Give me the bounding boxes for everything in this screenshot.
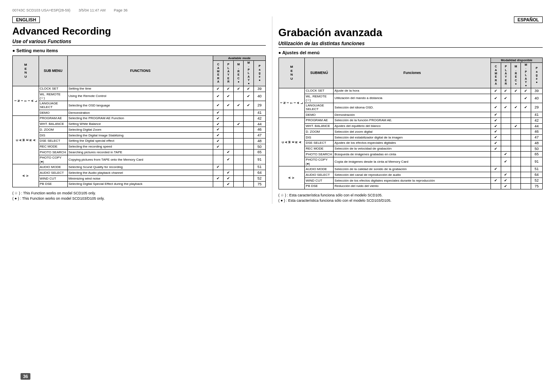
submenu-cell: DSE SELECT xyxy=(39,138,67,144)
m_play-cell xyxy=(521,118,531,123)
m_play-cell xyxy=(244,115,254,121)
table-row: DSE SELECTAjustes de los efectos especia… xyxy=(279,140,542,146)
m_rec-cell xyxy=(511,183,521,189)
spanish-table-wrap: MENU SUBMENÚ Funciones Modalidad disponi… xyxy=(279,58,543,189)
m_rec-cell: ✔ xyxy=(511,103,521,112)
submenu-cell: PHOTO SEARCH xyxy=(305,152,334,157)
table-row: LANGUAGE SELECTSelección del idioma OSD.… xyxy=(279,103,542,112)
m_play-cell xyxy=(244,127,254,133)
page-cell: 46 xyxy=(254,127,266,133)
table-row: AUDIO SELECTSelección del canal de repro… xyxy=(279,172,542,178)
submenu-cell: REC MODE xyxy=(305,146,334,152)
player-cell: ✔ xyxy=(501,103,511,112)
player-cell: ✔ xyxy=(223,92,234,101)
camera-cell: ✔ xyxy=(491,118,501,123)
page-cell: 44 xyxy=(254,121,266,127)
functions-cell: Selecting the OSD language xyxy=(67,101,213,110)
m_rec-cell xyxy=(233,170,244,176)
functions-cell: Setting the Digital special effect xyxy=(67,138,213,144)
table-row: A VAUDIO MODESelecting Scund Quality for… xyxy=(13,164,266,170)
english-main-title: Advanced Recording xyxy=(12,25,266,37)
table-row: PHOTO SEARCHSearching pictures recorded … xyxy=(13,150,266,155)
submenu-cell: WL. REMOTE (☆) xyxy=(39,92,67,101)
functions-cell: Selección del canal de reproducción de a… xyxy=(334,172,491,178)
m_play-cell xyxy=(521,172,531,178)
player-cell xyxy=(223,121,234,127)
camera-cell xyxy=(213,181,223,187)
camera-cell: ✔ xyxy=(491,135,501,141)
page-number: 36 xyxy=(21,373,30,380)
m_rec-cell xyxy=(511,157,521,166)
m_play-cell xyxy=(244,138,254,144)
camera-cell xyxy=(213,170,223,176)
meta-line: 00743C SCD103 USA+ESP(28-59) 3/5/04 11:4… xyxy=(12,8,543,12)
m_rec-cell: ✔ xyxy=(233,101,244,110)
m_rec-cell xyxy=(233,176,244,182)
th-mrec-en: M.REC● xyxy=(233,61,244,86)
submenu-cell: CLOCK SET xyxy=(305,88,334,94)
m_play-cell xyxy=(521,166,531,172)
english-note-1: ( ☆ ) : This Function works on model SCD… xyxy=(12,191,266,196)
menu-section-cell: I N I T I A L xyxy=(279,88,305,118)
functions-cell: Selecting the PROGRAM AE Function xyxy=(67,115,213,121)
m_play-cell xyxy=(244,133,254,138)
english-notes: ( ☆ ) : This Function works on model SCD… xyxy=(12,191,266,202)
english-badge: ENGLISH xyxy=(12,16,40,23)
m_rec-cell xyxy=(233,110,244,115)
camera-cell: ✔ xyxy=(213,92,223,101)
menu-section-cell: C A M E R A xyxy=(279,118,305,166)
page-cell: 29 xyxy=(254,101,266,110)
table-row: REC MODESelecting the recording speed✔50 xyxy=(13,144,266,150)
spanish-bullet-heading: Ajustes del menú xyxy=(279,50,543,55)
functions-cell: Selección del estabilizador digital de l… xyxy=(334,135,491,141)
submenu-cell: PROGRAM AE xyxy=(305,118,334,123)
camera-cell xyxy=(491,183,501,189)
m_rec-cell xyxy=(511,112,521,118)
table-row: WIND CUTSelección de los efectos digital… xyxy=(279,178,542,184)
camera-cell: ✔ xyxy=(491,112,501,118)
player-cell xyxy=(501,146,511,152)
th-menu-en: MENU xyxy=(13,56,39,86)
m_play-cell xyxy=(244,181,254,187)
player-cell: ✔ xyxy=(223,170,234,176)
functions-cell: Selección del idioma OSD. xyxy=(334,103,491,112)
m_rec-cell xyxy=(511,172,521,178)
submenu-cell: DEMO xyxy=(305,112,334,118)
submenu-cell: REC MODE xyxy=(39,144,67,150)
table-row: PHOTO COPY (●)Copia de imágenes desde la… xyxy=(279,157,542,166)
camera-cell: ✔ xyxy=(213,115,223,121)
camera-cell: ✔ xyxy=(213,101,223,110)
submenu-cell: AUDIO MODE xyxy=(39,164,67,170)
english-section-heading: Use of various Functions xyxy=(12,39,266,46)
page-cell: 52 xyxy=(531,178,542,184)
table-row: PB DSEReducción del ruido del viento✔75 xyxy=(279,183,542,189)
table-row: DISSelecting the Digital Image Stabilizi… xyxy=(13,133,266,138)
english-column: ENGLISH Advanced Recording Use of variou… xyxy=(12,16,272,204)
camera-cell: ✔ xyxy=(213,127,223,133)
functions-cell: Ajustes del equilibrio del blanco xyxy=(334,123,491,129)
table-row: DEMODemonstration✔41 xyxy=(13,110,266,115)
player-cell: ✔ xyxy=(501,183,511,189)
th-mrec-es: M.REC● xyxy=(511,63,521,88)
functions-cell: Selección de la velocidad de grabación xyxy=(334,146,491,152)
table-row: REC MODESelección de la velocidad de gra… xyxy=(279,146,542,152)
camera-cell: ✔ xyxy=(213,176,223,182)
submenu-cell: D. ZOOM xyxy=(39,127,67,133)
th-functions-en: FUNCTIONS xyxy=(67,56,213,86)
functions-cell: Utilización del mando a distancia xyxy=(334,94,491,103)
submenu-cell: WL. REMOTE (☆) xyxy=(305,94,334,103)
spanish-main-title: Grabación avanzada xyxy=(279,26,543,39)
camera-cell xyxy=(213,155,223,164)
functions-cell: Selección de la calidad de sonido de la … xyxy=(334,166,491,172)
m_rec-cell xyxy=(511,166,521,172)
english-note-2: ( ● ) : This Function works on model SCD… xyxy=(12,196,266,202)
table-row: PHOTO COPY (●)Copying pictures from TAPE… xyxy=(13,155,266,164)
page-cell: 65 xyxy=(531,152,542,157)
functions-cell: Selecting the Digital Image Stabilizing xyxy=(67,133,213,138)
m_play-cell xyxy=(521,112,531,118)
camera-cell xyxy=(213,150,223,155)
m_play-cell xyxy=(244,164,254,170)
submenu-cell: CLOCK SET xyxy=(39,86,67,92)
m_play-cell: ✔ xyxy=(244,92,254,101)
player-cell xyxy=(223,138,234,144)
